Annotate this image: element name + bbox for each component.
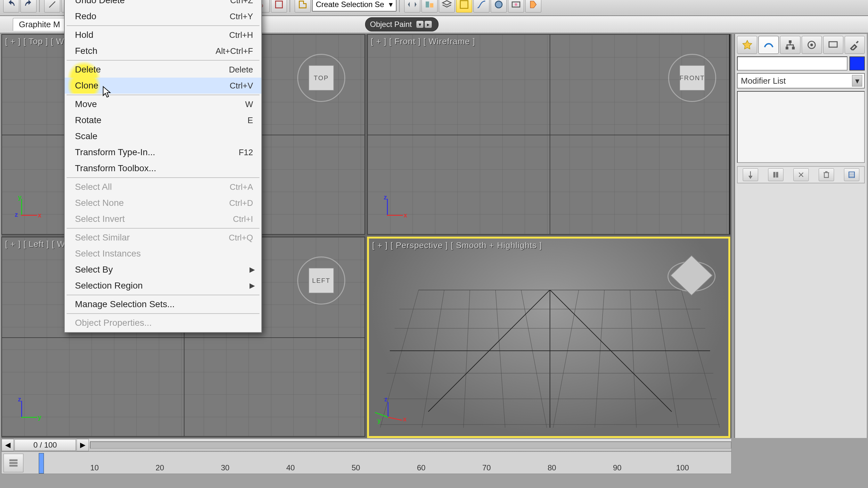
svg-rect-3 xyxy=(426,2,429,8)
menu-label: Scale xyxy=(75,131,97,141)
menu-item-select-invert[interactable]: Select Invert Ctrl+I xyxy=(65,211,261,227)
create-tab[interactable] xyxy=(737,36,757,54)
mirror-button[interactable] xyxy=(404,0,420,12)
utilities-tab[interactable] xyxy=(845,36,865,54)
menu-item-select-instances[interactable]: Select Instances xyxy=(65,246,261,262)
time-slider[interactable]: ◀ 0 / 100 ▶ xyxy=(1,439,732,452)
menu-item-selection-region[interactable]: Selection Region ▶ xyxy=(65,278,261,294)
link-button[interactable] xyxy=(44,0,60,12)
menu-label: Hold xyxy=(75,30,94,40)
menu-shortcut: Alt+Ctrl+F xyxy=(216,46,253,56)
svg-rect-34 xyxy=(829,42,838,47)
viewcube-persp[interactable] xyxy=(668,251,716,299)
menu-item-fetch[interactable]: Fetch Alt+Ctrl+F xyxy=(65,43,261,59)
chevron-down-icon: ▾ xyxy=(416,21,424,28)
svg-rect-2 xyxy=(275,1,282,8)
svg-point-8 xyxy=(515,3,517,6)
named-sel-sets-button[interactable] xyxy=(295,0,311,12)
axis-tripod: x y z xyxy=(379,398,407,426)
redo-button[interactable] xyxy=(21,0,36,12)
viewcube-top[interactable]: TOP xyxy=(297,54,345,102)
menu-item-transform-toolbox[interactable]: Transform Toolbox... xyxy=(65,160,261,176)
menu-item-select-none[interactable]: Select None Ctrl+D xyxy=(65,195,261,211)
schematic-view-button[interactable] xyxy=(456,0,472,12)
menu-item-manage-selection-sets[interactable]: Manage Selection Sets... xyxy=(65,296,261,312)
menu-item-select-by[interactable]: Select By ▶ xyxy=(65,262,261,278)
svg-line-16 xyxy=(595,290,604,428)
menu-item-hold[interactable]: Hold Ctrl+H xyxy=(65,27,261,43)
show-end-result-button[interactable] xyxy=(768,168,783,181)
time-config-button[interactable] xyxy=(3,454,23,472)
toolbar-separator xyxy=(289,0,292,12)
display-tab[interactable] xyxy=(823,36,843,54)
modify-tab[interactable] xyxy=(758,36,779,54)
viewport-front[interactable]: [ + ] [ Front ] [ Wireframe ] FRONT x z xyxy=(367,34,730,235)
menu-item-object-properties[interactable]: Object Properties... xyxy=(65,315,261,331)
menu-item-clone[interactable]: Clone Ctrl+V xyxy=(65,78,261,94)
menu-item-rotate[interactable]: Rotate E xyxy=(65,112,261,128)
render-setup-button[interactable] xyxy=(508,0,524,12)
ribbon-tab-graphite[interactable]: Graphite M xyxy=(13,18,66,31)
render-button[interactable] xyxy=(525,0,541,12)
menu-item-redo[interactable]: Redo Ctrl+Y xyxy=(65,8,261,24)
menu-shortcut: Ctrl+Q xyxy=(229,233,253,243)
viewcube-left[interactable]: LEFT xyxy=(297,257,345,305)
hierarchy-tab[interactable] xyxy=(780,36,800,54)
menu-item-move[interactable]: Move W xyxy=(65,96,261,112)
menu-item-delete[interactable]: Delete Delete xyxy=(65,62,261,78)
object-name-row xyxy=(737,56,865,70)
object-paint-pill[interactable]: Object Paint ▾ ▸ xyxy=(365,17,438,31)
layers-button[interactable] xyxy=(439,0,455,12)
time-slider-track[interactable] xyxy=(90,441,731,449)
menu-item-select-all[interactable]: Select All Ctrl+A xyxy=(65,179,261,195)
menu-shortcut: Ctrl+H xyxy=(229,30,253,40)
axis-z-label: z xyxy=(384,396,388,403)
time-slider-thumb[interactable]: 0 / 100 xyxy=(14,439,76,451)
pin-stack-button[interactable] xyxy=(743,168,758,181)
menu-item-undo[interactable]: Undo Delete Ctrl+Z xyxy=(65,0,261,8)
svg-line-15 xyxy=(553,290,579,428)
selection-set-dropdown[interactable]: Create Selection Se ▾ xyxy=(312,0,397,11)
menu-item-select-similar[interactable]: Select Similar Ctrl+Q xyxy=(65,230,261,246)
chevron-down-icon: ▾ xyxy=(389,0,393,9)
menu-label: Select All xyxy=(75,182,112,192)
menu-label: Move xyxy=(75,99,97,109)
undo-button[interactable] xyxy=(3,0,19,12)
menu-item-transform-type-in[interactable]: Transform Type-In... F12 xyxy=(65,144,261,160)
object-color-swatch[interactable] xyxy=(849,56,865,70)
axis-x-label: x xyxy=(404,211,407,219)
menu-label: Select Instances xyxy=(75,249,141,259)
motion-tab[interactable] xyxy=(802,36,822,54)
modifier-stack[interactable] xyxy=(737,91,865,163)
modifier-list-dropdown[interactable]: Modifier List ▾ xyxy=(737,73,865,88)
menu-shortcut: F12 xyxy=(239,147,253,157)
curve-editor-button[interactable] xyxy=(473,0,489,12)
viewport-label[interactable]: [ + ] [ Perspective ] [ Smooth + Highlig… xyxy=(372,240,542,251)
configure-sets-button[interactable] xyxy=(844,168,859,181)
svg-line-19 xyxy=(681,290,720,428)
time-next-button[interactable]: ▶ xyxy=(76,439,89,451)
menu-item-scale[interactable]: Scale xyxy=(65,128,261,144)
make-unique-button[interactable] xyxy=(794,168,809,181)
time-prev-button[interactable]: ◀ xyxy=(2,439,14,451)
menu-shortcut: Ctrl+Z xyxy=(230,0,253,5)
menu-separator xyxy=(67,295,259,295)
viewcube-front[interactable]: FRONT xyxy=(668,54,716,102)
svg-line-13 xyxy=(521,290,547,428)
dropdown-label: Modifier List xyxy=(741,76,786,86)
object-name-input[interactable] xyxy=(737,56,847,70)
timeline-ruler[interactable]: 10 20 30 40 50 60 70 80 90 100 xyxy=(1,452,732,474)
viewport-label[interactable]: [ + ] [ Front ] [ Wireframe ] xyxy=(371,36,475,47)
viewport-perspective[interactable]: [ + ] [ Perspective ] [ Smooth + Highlig… xyxy=(367,237,730,438)
submenu-arrow-icon: ▶ xyxy=(249,282,255,290)
align-button[interactable] xyxy=(422,0,437,12)
remove-modifier-button[interactable] xyxy=(819,168,834,181)
pill-label: Object Paint xyxy=(370,20,412,29)
material-editor-button[interactable] xyxy=(491,0,507,12)
viewcube-face[interactable] xyxy=(671,255,713,296)
timeline-ticks-icon xyxy=(27,452,725,474)
axis-y-label: y xyxy=(18,194,22,201)
menu-label: Delete xyxy=(75,64,101,75)
menu-label: Fetch xyxy=(75,46,97,56)
spinner-snap-toggle[interactable] xyxy=(271,0,287,12)
